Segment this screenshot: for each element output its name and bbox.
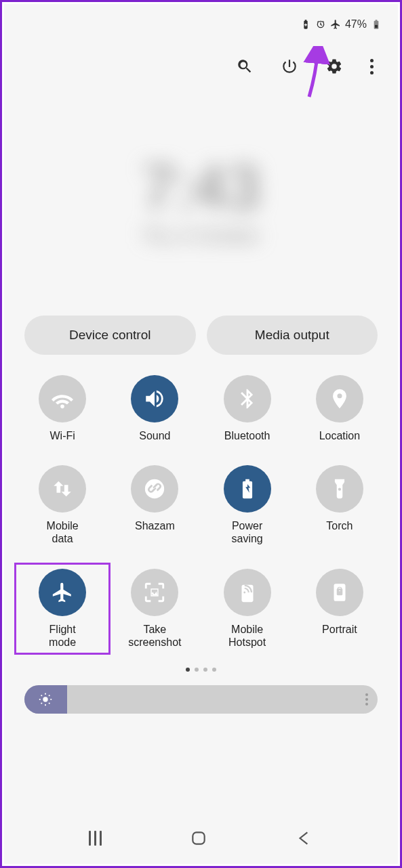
mobile-data-icon xyxy=(51,477,74,500)
airplane-icon xyxy=(330,19,341,30)
svg-line-13 xyxy=(49,703,49,703)
tile-flight-mode[interactable]: Flight mode xyxy=(14,563,110,655)
svg-line-14 xyxy=(41,703,42,703)
header-actions xyxy=(4,45,398,88)
tile-sound-label: Sound xyxy=(121,429,188,442)
tile-sound[interactable]: Sound xyxy=(108,375,201,442)
shazam-icon xyxy=(143,477,166,500)
settings-icon[interactable] xyxy=(325,58,343,75)
tile-power-saving[interactable]: Power saving xyxy=(201,465,294,545)
hotspot-icon xyxy=(236,581,259,604)
tile-power-saving-label: Power saving xyxy=(214,519,281,545)
battery-saver-icon xyxy=(300,19,311,30)
tile-torch[interactable]: Torch xyxy=(294,465,386,545)
battery-percent: 47% xyxy=(345,18,367,30)
power-icon[interactable] xyxy=(281,58,298,75)
clock-area: 7:43 Thu, 6 October xyxy=(4,88,398,311)
power-saving-icon xyxy=(236,477,259,500)
tile-shazam[interactable]: Shazam xyxy=(108,465,201,545)
nav-bar xyxy=(4,818,398,859)
tile-flight-mode-label: Flight mode xyxy=(28,623,96,649)
tile-location-label: Location xyxy=(306,429,374,442)
svg-point-3 xyxy=(243,591,245,593)
device-control-button[interactable]: Device control xyxy=(24,316,196,355)
airplane-icon xyxy=(51,581,74,604)
bluetooth-icon xyxy=(236,387,259,410)
tile-mobile-data[interactable]: Mobile data xyxy=(16,465,108,545)
brightness-slider[interactable] xyxy=(24,685,378,714)
tile-mobile-data-label: Mobile data xyxy=(28,519,96,545)
location-icon xyxy=(328,387,351,410)
alarm-icon xyxy=(315,19,326,30)
svg-line-12 xyxy=(41,695,42,696)
nav-back-button[interactable] xyxy=(296,829,313,847)
tile-wifi[interactable]: Wi-Fi xyxy=(16,375,108,442)
tile-screenshot[interactable]: Take screenshot xyxy=(108,569,201,649)
clock-time: 7:43 xyxy=(142,153,260,223)
tile-hotspot[interactable]: Mobile Hotspot xyxy=(201,569,294,649)
svg-rect-16 xyxy=(193,832,204,844)
wifi-icon xyxy=(51,387,74,410)
portrait-icon xyxy=(328,581,351,604)
tile-shazam-label: Shazam xyxy=(121,519,188,532)
torch-icon xyxy=(328,477,351,500)
page-indicator xyxy=(4,668,398,672)
quick-settings-grid: Wi-Fi Sound Bluetooth Location Mobile da… xyxy=(4,355,398,655)
tile-bluetooth[interactable]: Bluetooth xyxy=(201,375,294,442)
status-bar: 47% xyxy=(4,4,398,45)
clock-date: Thu, 6 October xyxy=(142,225,260,246)
svg-point-7 xyxy=(43,697,48,701)
tile-torch-label: Torch xyxy=(306,519,374,532)
more-icon[interactable] xyxy=(370,59,374,74)
nav-home-button[interactable] xyxy=(190,829,207,847)
tile-wifi-label: Wi-Fi xyxy=(28,429,96,442)
search-icon[interactable] xyxy=(236,58,254,75)
tile-portrait-label: Portrait xyxy=(306,623,374,636)
top-buttons-row: Device control Media output xyxy=(4,316,398,355)
svg-line-15 xyxy=(49,695,49,696)
tile-location[interactable]: Location xyxy=(294,375,386,442)
screenshot-icon xyxy=(143,581,166,604)
brightness-icon xyxy=(38,692,53,707)
tile-bluetooth-label: Bluetooth xyxy=(214,429,281,442)
media-output-button[interactable]: Media output xyxy=(207,316,378,355)
tile-hotspot-label: Mobile Hotspot xyxy=(214,623,281,649)
tile-portrait[interactable]: Portrait xyxy=(294,569,386,649)
battery-icon xyxy=(371,19,382,30)
svg-rect-2 xyxy=(241,584,253,602)
sound-icon xyxy=(143,387,166,410)
brightness-more-icon[interactable] xyxy=(365,693,368,706)
tile-screenshot-label: Take screenshot xyxy=(121,623,188,649)
nav-recents-button[interactable] xyxy=(89,831,102,846)
